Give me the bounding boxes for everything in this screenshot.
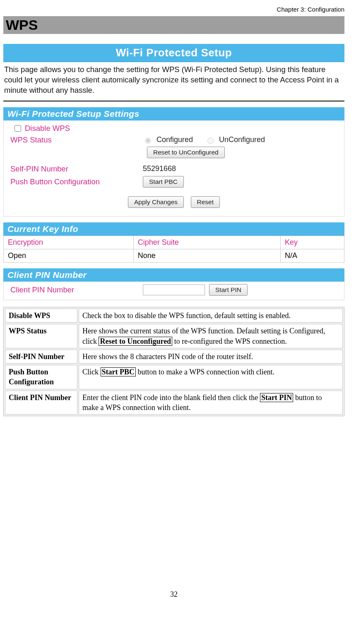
- desc-key-self-pin: Self-PIN Number: [5, 350, 77, 364]
- keyinfo-th-cipher: Cipher Suite: [133, 236, 280, 249]
- disable-wps-label: Disable WPS: [25, 124, 70, 133]
- current-key-info-section: Current Key Info Encryption Cipher Suite…: [3, 222, 344, 263]
- desc-key-pbc: Push Button Configuration: [5, 365, 77, 389]
- description-table: Disable WPS Check the box to disable the…: [3, 307, 344, 416]
- page-title: WPS: [3, 16, 344, 34]
- desc-val-pbc: Click Start PBC button to make a WPS con…: [79, 365, 343, 389]
- start-pbc-button[interactable]: Start PBC: [143, 176, 184, 188]
- client-pin-input[interactable]: [143, 285, 205, 295]
- apply-changes-button[interactable]: Apply Changes: [128, 196, 184, 208]
- banner-title: Wi-Fi Protected Setup: [3, 44, 344, 62]
- desc-key-disable-wps: Disable WPS: [5, 309, 77, 323]
- reset-button[interactable]: Reset: [191, 196, 220, 208]
- desc-key-client-pin: Client PIN Number: [5, 391, 77, 415]
- desc-val-wps-status: Here shows the current status of the WPS…: [79, 324, 343, 348]
- keyinfo-td-encryption: Open: [4, 249, 134, 262]
- keyinfo-th-encryption: Encryption: [4, 236, 134, 249]
- intro-text: This page allows you to change the setti…: [3, 62, 344, 101]
- wps-status-label: WPS Status: [6, 135, 143, 145]
- disable-wps-checkbox[interactable]: [14, 125, 21, 132]
- status-configured-text: Configured: [156, 135, 193, 144]
- status-unconfigured-text: UnConfigured: [219, 135, 265, 144]
- self-pin-value: 55291668: [143, 164, 176, 173]
- clientpin-header: Client PIN Number: [3, 268, 344, 282]
- start-pin-button[interactable]: Start PIN: [209, 284, 248, 296]
- desc-val-disable-wps: Check the box to disable the WPS functio…: [79, 309, 343, 323]
- keyinfo-header: Current Key Info: [3, 222, 344, 236]
- screenshot-panel: Wi-Fi Protected Setup This page allows y…: [3, 44, 344, 300]
- desc-key-wps-status: WPS Status: [5, 324, 77, 348]
- keyinfo-th-key: Key: [281, 236, 344, 249]
- pbc-label: Push Button Configuration: [6, 177, 143, 186]
- wps-settings-section: Wi-Fi Protected Setup Settings Disable W…: [3, 107, 344, 217]
- client-pin-section: Client PIN Number Client PIN Number Star…: [3, 268, 344, 300]
- keyinfo-td-cipher: None: [133, 249, 280, 262]
- chapter-header: Chapter 3: Configuration: [3, 4, 344, 16]
- settings-header: Wi-Fi Protected Setup Settings: [3, 107, 344, 121]
- keyinfo-td-key: N/A: [281, 249, 344, 262]
- self-pin-label: Self-PIN Number: [6, 164, 143, 174]
- desc-val-client-pin: Enter the client PIN code into the blank…: [79, 391, 343, 415]
- status-unconfigured-radio[interactable]: [207, 137, 214, 144]
- status-configured-radio[interactable]: [145, 137, 151, 144]
- page-number: 32: [3, 590, 344, 599]
- desc-val-self-pin: Here shows the 8 characters PIN code of …: [79, 350, 343, 364]
- reset-unconfigured-button[interactable]: Reset to UnConfigured: [147, 147, 225, 158]
- client-pin-label: Client PIN Number: [6, 285, 143, 294]
